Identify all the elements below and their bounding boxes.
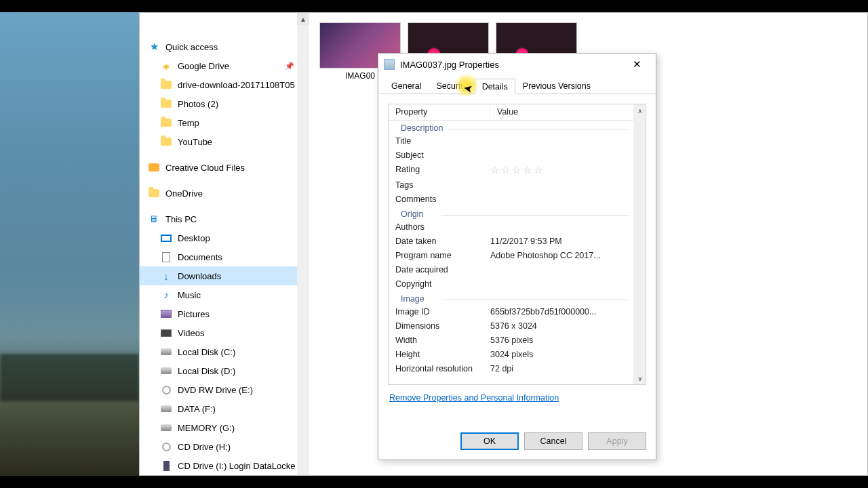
qa-item-icon <box>160 79 172 91</box>
property-value <box>490 192 633 207</box>
property-row[interactable]: Rating☆☆☆☆☆ <box>389 163 633 178</box>
this-pc-icon: 🖥 <box>148 213 160 225</box>
property-row[interactable]: Width5376 pixels <box>389 333 633 348</box>
property-row[interactable]: Date taken11/2/2017 9:53 PM <box>389 235 633 249</box>
grid-scrollbar[interactable]: ∧ ∨ <box>633 104 646 384</box>
tree-label: MEMORY (G:) <box>178 423 235 433</box>
scroll-up-icon[interactable]: ▲ <box>297 13 309 25</box>
pc-item[interactable]: Desktop <box>140 228 309 247</box>
tree-label: drive-download-20171108T05 <box>178 80 295 90</box>
dialog-titlebar[interactable]: IMAG0037.jpg Properties ✕ <box>378 54 656 75</box>
tree-label: DATA (F:) <box>178 404 216 414</box>
pc-item[interactable]: MEMORY (G:) <box>140 418 309 437</box>
desktop-wallpaper <box>0 12 139 476</box>
pc-item[interactable]: Local Disk (C:) <box>140 342 309 361</box>
property-value: Adobe Photoshop CC 2017... <box>490 249 633 263</box>
pc-item-icon <box>160 403 172 415</box>
property-value: 11/2/2017 9:53 PM <box>490 235 633 249</box>
pc-item[interactable]: ↓Downloads <box>140 266 309 285</box>
qa-item[interactable]: ◈Google Drive📌 <box>140 56 309 75</box>
property-row[interactable]: Program nameAdobe Photoshop CC 2017... <box>389 249 633 263</box>
pc-item-icon <box>160 251 172 263</box>
dialog-tabs: ➤ GeneralSecurityDetailsPrevious Version… <box>378 78 656 94</box>
tree-label: Creative Cloud Files <box>165 163 245 173</box>
tree-label: Local Disk (C:) <box>178 347 235 357</box>
tree-label: Google Drive <box>178 61 229 71</box>
creative-cloud[interactable]: Creative Cloud Files <box>140 158 309 177</box>
property-name: Width <box>389 333 490 348</box>
property-name: Dimensions <box>389 319 490 333</box>
remove-properties-link[interactable]: Remove Properties and Personal Informati… <box>389 393 559 403</box>
property-row[interactable]: Authors <box>389 220 633 235</box>
tab-previous-versions[interactable]: Previous Versions <box>515 78 598 94</box>
property-row[interactable]: Dimensions5376 x 3024 <box>389 319 633 333</box>
pc-item-icon <box>160 365 172 377</box>
image-file-icon <box>384 59 395 70</box>
property-row[interactable]: Date acquired <box>389 263 633 277</box>
qa-item[interactable]: Temp <box>140 113 309 132</box>
qa-item[interactable]: YouTube <box>140 132 309 151</box>
tree-label: Desktop <box>178 233 210 243</box>
pc-item[interactable]: ♪Music <box>140 285 309 304</box>
property-row[interactable]: Comments <box>389 192 633 207</box>
pc-item[interactable]: CD Drive (H:) <box>140 437 309 456</box>
nav-scrollbar[interactable]: ▲ <box>297 13 309 475</box>
letterbox-top <box>0 0 868 12</box>
qa-item-icon <box>160 117 172 129</box>
property-row[interactable]: Height3024 pixels <box>389 348 633 362</box>
tree-label: Videos <box>178 328 205 338</box>
pc-item-icon <box>160 422 172 434</box>
pc-item[interactable]: Pictures <box>140 304 309 323</box>
tab-details[interactable]: Details <box>475 79 515 94</box>
letterbox-bottom <box>0 476 868 488</box>
property-row[interactable]: Subject <box>389 148 633 163</box>
close-button[interactable]: ✕ <box>623 55 650 74</box>
property-row[interactable]: Title <box>389 134 633 148</box>
property-value <box>490 134 633 148</box>
section-origin: Origin <box>389 207 633 220</box>
quick-access[interactable]: ★Quick access <box>140 37 309 56</box>
pc-item[interactable]: DATA (F:) <box>140 399 309 418</box>
property-value <box>490 263 633 277</box>
property-value <box>490 277 633 291</box>
scroll-up-icon[interactable]: ∧ <box>633 104 646 117</box>
pc-item[interactable]: Local Disk (D:) <box>140 361 309 380</box>
qa-item-icon <box>160 98 172 110</box>
properties-dialog: IMAG0037.jpg Properties ✕ ➤ GeneralSecur… <box>378 53 656 460</box>
tab-general[interactable]: General <box>384 78 429 94</box>
property-row[interactable]: Horizontal resolution72 dpi <box>389 362 633 376</box>
dialog-title: IMAG0037.jpg Properties <box>400 60 623 70</box>
quick-access-icon: ★ <box>148 41 160 53</box>
pc-item[interactable]: DVD RW Drive (E:) <box>140 380 309 399</box>
pc-item-icon <box>160 232 172 244</box>
qa-item[interactable]: Photos (2) <box>140 94 309 113</box>
pc-item[interactable]: CD Drive (I:) Login DataLocke <box>140 456 309 475</box>
header-property[interactable]: Property <box>389 104 490 120</box>
qa-item[interactable]: drive-download-20171108T05 <box>140 75 309 94</box>
pc-item[interactable]: Documents <box>140 247 309 266</box>
this-pc[interactable]: 🖥This PC <box>140 209 309 228</box>
property-name: Copyright <box>389 277 490 291</box>
property-name: Title <box>389 134 490 148</box>
tree-label: Music <box>178 290 201 300</box>
property-value: 655bf3725bb7d51f000000... <box>490 305 633 319</box>
ok-button[interactable]: OK <box>460 432 519 450</box>
apply-button[interactable]: Apply <box>588 432 646 450</box>
scroll-down-icon[interactable]: ∨ <box>633 372 646 384</box>
property-value: 72 dpi <box>490 362 633 376</box>
onedrive[interactable]: OneDrive <box>140 184 309 203</box>
tree-label: Pictures <box>178 309 210 319</box>
property-row[interactable]: Image ID655bf3725bb7d51f000000... <box>389 305 633 319</box>
property-row[interactable]: Tags <box>389 178 633 192</box>
pc-item[interactable]: Videos <box>140 323 309 342</box>
tree-label: CD Drive (I:) Login DataLocke <box>178 461 295 471</box>
pc-item-icon <box>160 441 172 453</box>
property-value: 5376 pixels <box>490 333 633 348</box>
header-value[interactable]: Value <box>490 104 646 120</box>
cancel-button[interactable]: Cancel <box>524 432 583 450</box>
rating-stars[interactable]: ☆☆☆☆☆ <box>490 164 545 176</box>
property-value <box>490 178 633 192</box>
onedrive-icon <box>148 187 160 199</box>
property-row[interactable]: Copyright <box>389 277 633 291</box>
property-value <box>490 148 633 163</box>
